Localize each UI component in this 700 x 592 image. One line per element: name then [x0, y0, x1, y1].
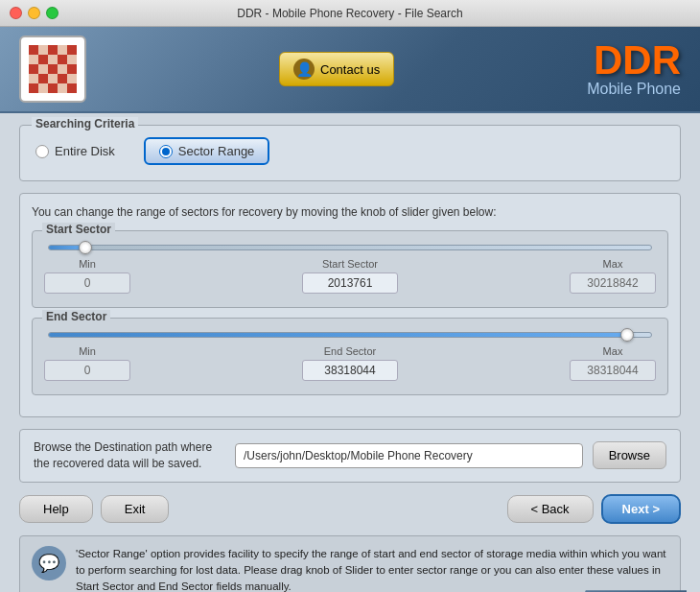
minimize-button[interactable]	[28, 7, 40, 19]
brand-name: DDR	[587, 40, 681, 81]
next-button[interactable]: Next >	[601, 494, 681, 524]
brand: DDR Mobile Phone	[587, 40, 681, 98]
end-sector-fields: Min End Sector Max	[44, 345, 656, 381]
exit-button[interactable]: Exit	[101, 495, 170, 523]
start-max-input[interactable]	[570, 272, 656, 294]
info-box: 💬 'Sector Range' option provides facilit…	[19, 535, 681, 592]
browse-path-input[interactable]	[235, 443, 583, 468]
contact-label: Contact us	[320, 62, 380, 77]
end-max-input[interactable]	[570, 360, 656, 381]
start-max-label: Max	[603, 258, 623, 270]
end-min-label: Min	[79, 345, 96, 357]
main-content: Searching Criteria Entire Disk Sector Ra…	[0, 113, 700, 592]
sector-range-button[interactable]: Sector Range	[144, 137, 270, 165]
brand-subtitle: Mobile Phone	[587, 81, 681, 98]
info-text: 'Sector Range' option provides facility …	[76, 546, 668, 592]
entire-disk-label: Entire Disk	[55, 144, 115, 158]
start-sector-fields: Min Start Sector Max	[44, 258, 656, 294]
logo-checkerboard	[29, 45, 77, 93]
maximize-button[interactable]	[46, 7, 58, 19]
start-min-label: Min	[79, 258, 96, 270]
criteria-group: Searching Criteria Entire Disk Sector Ra…	[19, 125, 681, 181]
close-button[interactable]	[10, 7, 22, 19]
browse-label: Browse the Destination path where the re…	[34, 439, 225, 472]
person-icon: 👤	[293, 59, 315, 80]
criteria-legend: Searching Criteria	[32, 117, 138, 130]
end-center-input[interactable]	[302, 360, 398, 381]
chat-icon: 💬	[32, 546, 66, 580]
end-center-field: End Sector	[302, 345, 398, 381]
back-button[interactable]: < Back	[507, 495, 594, 523]
end-min-input[interactable]	[44, 360, 130, 381]
entire-disk-radio[interactable]	[35, 145, 49, 158]
start-center-input[interactable]	[302, 272, 398, 294]
end-slider-fill	[49, 333, 627, 337]
bottom-buttons: Help Exit < Back Next >	[19, 494, 681, 524]
start-sector-legend: Start Sector	[42, 223, 115, 236]
start-center-field: Start Sector	[302, 258, 398, 294]
end-min-field: Min	[44, 345, 130, 381]
sectors-info: You can change the range of sectors for …	[32, 205, 668, 219]
end-center-label: End Sector	[324, 345, 376, 357]
end-max-field: Max	[570, 345, 656, 381]
start-min-input[interactable]	[44, 272, 130, 294]
start-sector-group: Start Sector Min Start Sector Max	[32, 230, 668, 308]
browse-button[interactable]: Browse	[593, 441, 666, 469]
start-center-label: Start Sector	[322, 258, 378, 270]
browse-row: Browse the Destination path where the re…	[19, 429, 681, 483]
help-button[interactable]: Help	[19, 495, 93, 523]
sector-range-radio[interactable]	[159, 145, 173, 158]
window-title: DDR - Mobile Phone Recovery - File Searc…	[237, 7, 462, 20]
end-slider-knob[interactable]	[620, 328, 634, 342]
window-controls	[10, 7, 58, 19]
app-header: 👤 Contact us DDR Mobile Phone	[0, 27, 700, 113]
logo-box	[19, 36, 86, 103]
end-sector-group: End Sector Min End Sector Max	[32, 318, 668, 395]
start-min-field: Min	[44, 258, 130, 294]
contact-button[interactable]: 👤 Contact us	[279, 52, 394, 86]
end-slider-track[interactable]	[48, 332, 652, 338]
titlebar: DDR - Mobile Phone Recovery - File Searc…	[0, 0, 700, 27]
end-sector-legend: End Sector	[42, 310, 110, 323]
radio-row: Entire Disk Sector Range	[35, 137, 665, 165]
entire-disk-option[interactable]: Entire Disk	[35, 144, 115, 158]
sector-range-label: Sector Range	[178, 144, 255, 158]
end-max-label: Max	[603, 345, 623, 357]
start-max-field: Max	[570, 258, 656, 294]
sectors-panel: You can change the range of sectors for …	[19, 193, 681, 417]
start-slider-container	[44, 245, 656, 250]
start-slider-knob[interactable]	[79, 241, 92, 254]
end-slider-container	[44, 332, 656, 338]
start-slider-track[interactable]	[48, 245, 652, 250]
